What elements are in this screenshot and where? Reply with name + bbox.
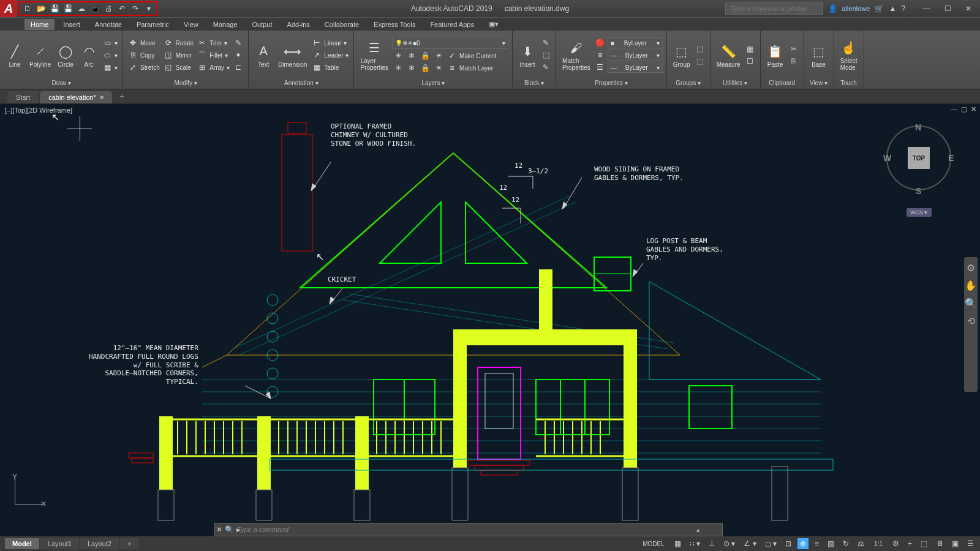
status-cycle-icon[interactable]: ↻ — [840, 538, 851, 549]
layer-icon-8[interactable]: ☀ — [432, 62, 445, 73]
linew-icon[interactable]: ≡ — [594, 50, 606, 61]
exchange-icon[interactable]: 🛒 — [875, 4, 884, 13]
block-icon-1[interactable]: ✎ — [540, 37, 552, 48]
polyline-button[interactable]: ⟋Polyline — [27, 42, 53, 69]
cmdline-search-icon[interactable]: 🔍 — [225, 525, 234, 534]
status-lw-icon[interactable]: ≡ — [812, 538, 821, 549]
status-grid-icon[interactable]: ▦ — [672, 538, 684, 549]
layer-dropdown[interactable]: 💡❄☀■ 0▾ — [392, 37, 508, 49]
panel-utilities[interactable]: Utilities ▾ — [714, 78, 756, 88]
line-button[interactable]: ╱Line — [4, 42, 26, 69]
util-icon-2[interactable]: ☐ — [744, 56, 756, 67]
panel-draw[interactable]: Draw ▾ — [4, 78, 119, 88]
util-icon-1[interactable]: ▦ — [744, 43, 756, 54]
base-button[interactable]: ⬚Base — [808, 42, 830, 69]
status-custom-icon[interactable]: ☰ — [965, 538, 976, 549]
status-monitor-icon[interactable]: 🖥 — [933, 538, 946, 549]
vp-minimize-icon[interactable]: — — [951, 105, 957, 113]
group-button[interactable]: ⬚Group — [671, 42, 693, 69]
nav-wheel-icon[interactable]: ⚙ — [967, 262, 975, 274]
viewport-label[interactable]: [–][Top][2D Wireframe] — [5, 107, 72, 114]
redo-icon[interactable]: ↷ — [130, 3, 141, 14]
dimension-button[interactable]: ⟷Dimension — [276, 42, 309, 69]
minimize-button[interactable]: — — [918, 2, 936, 15]
signin-icon[interactable]: 👤 — [828, 4, 837, 13]
print-icon[interactable]: 🖨 — [103, 3, 114, 14]
offset-icon[interactable]: ⊏ — [232, 62, 244, 73]
tab-addins[interactable]: Add-ins — [281, 19, 316, 30]
filetab-add-button[interactable]: + — [113, 89, 130, 103]
status-ortho-icon[interactable]: ⊥ — [706, 538, 717, 549]
panel-layers[interactable]: Layers ▾ — [358, 78, 508, 88]
ellipse-icon[interactable]: ⬭▾ — [101, 50, 119, 61]
status-dyn-icon[interactable]: ⊕ — [797, 538, 809, 549]
wcs-dropdown[interactable]: WCS ▾ — [907, 208, 932, 217]
qat-dropdown-icon[interactable]: ▾ — [143, 3, 154, 14]
panel-view[interactable]: View ▾ — [808, 78, 830, 88]
copy-button[interactable]: ⎘Copy — [127, 50, 161, 61]
close-button[interactable]: ✕ — [959, 2, 978, 15]
vp-maximize-icon[interactable]: ▢ — [961, 105, 967, 113]
command-line[interactable]: ✕ 🔍 ▸ Type a command ▴ — [214, 523, 723, 536]
list-icon[interactable]: ☰ — [594, 62, 606, 73]
layer-icon-7[interactable]: 🔒 — [419, 62, 431, 73]
filetab-start[interactable]: Start — [7, 91, 39, 103]
insert-button[interactable]: ⬇Insert — [516, 42, 538, 69]
help-icon[interactable]: ? — [901, 4, 905, 13]
status-osnap-icon[interactable]: ◻ ▾ — [763, 538, 779, 549]
panel-annotation[interactable]: Annotation ▾ — [252, 78, 350, 88]
nav-orbit-icon[interactable]: ⟲ — [967, 315, 975, 327]
status-iso-icon[interactable]: ∠ ▾ — [741, 538, 758, 549]
panel-properties[interactable]: Properties ▾ — [560, 78, 663, 88]
status-otrack-icon[interactable]: ⊡ — [783, 538, 794, 549]
status-plus-icon[interactable]: + — [905, 538, 914, 549]
explode-icon[interactable]: ✦ — [232, 50, 244, 61]
tab-featured[interactable]: Featured Apps — [424, 19, 480, 30]
status-ws-icon[interactable]: ⬚ — [918, 538, 930, 549]
text-button[interactable]: AText — [252, 42, 274, 69]
group-icon-2[interactable]: ⬚ — [694, 56, 706, 67]
leader-button[interactable]: ↗Leader ▾ — [311, 50, 350, 61]
circle-button[interactable]: ◯Circle — [55, 42, 77, 69]
cmdline-expand-icon[interactable]: ▴ — [696, 526, 700, 534]
rect-icon[interactable]: ▭▾ — [101, 37, 119, 48]
viewcube-face[interactable]: TOP — [908, 147, 930, 169]
compass-s[interactable]: S — [916, 186, 921, 196]
layout-add-button[interactable]: + — [120, 538, 138, 549]
select-mode-button[interactable]: ☝Select Mode — [838, 38, 860, 72]
status-anno-icon[interactable]: ⚖ — [855, 538, 867, 549]
tab-manage[interactable]: Manage — [207, 19, 244, 30]
compass-n[interactable]: N — [915, 122, 921, 132]
drawing-canvas[interactable]: [–][Top][2D Wireframe] ↖ — ▢ ✕ TOP N S E… — [0, 104, 980, 536]
open-icon[interactable]: 📂 — [36, 3, 47, 14]
stretch-button[interactable]: ⤢Stretch — [127, 62, 161, 73]
erase-icon[interactable]: ✎ — [232, 37, 244, 48]
undo-icon[interactable]: ↶ — [116, 3, 127, 14]
status-model[interactable]: MODEL — [639, 539, 668, 549]
a360-icon[interactable]: ▲ — [889, 4, 896, 13]
block-icon-3[interactable]: ✎ — [540, 62, 552, 73]
layer-icon-1[interactable]: ☀ — [392, 50, 404, 61]
layer-icon-3[interactable]: 🔒 — [419, 50, 431, 61]
match-properties-button[interactable]: 🖌Match Properties — [560, 38, 593, 72]
status-clean-icon[interactable]: ▣ — [949, 538, 961, 549]
tab-annotate[interactable]: Annotate — [89, 19, 128, 30]
compass-e[interactable]: E — [948, 153, 954, 163]
new-icon[interactable]: 🗋 — [22, 3, 33, 14]
linear-button[interactable]: ⊢Linear ▾ — [311, 37, 350, 48]
paste-button[interactable]: 📋Paste — [764, 42, 786, 69]
color-icon[interactable]: 🔴 — [594, 37, 606, 48]
tab-view[interactable]: View — [178, 19, 205, 30]
saveas-icon[interactable]: 💾 — [62, 3, 74, 14]
nav-pan-icon[interactable]: ✋ — [965, 280, 977, 291]
mobile-icon[interactable]: 📱 — [89, 3, 100, 14]
tab-collaborate[interactable]: Collaborate — [318, 19, 365, 30]
lineweight-dropdown[interactable]: — ByLayer ▾ — [608, 50, 663, 61]
layout-model[interactable]: Model — [5, 538, 39, 549]
cut-icon[interactable]: ✂ — [788, 43, 800, 54]
color-dropdown[interactable]: ■ ByLayer ▾ — [608, 37, 663, 48]
vp-close-icon[interactable]: ✕ — [971, 105, 976, 113]
rotate-button[interactable]: ⟳Rotate — [162, 37, 195, 48]
match-layer-button[interactable]: ≡Match Layer — [446, 62, 494, 73]
cloud-icon[interactable]: ☁ — [76, 3, 87, 14]
